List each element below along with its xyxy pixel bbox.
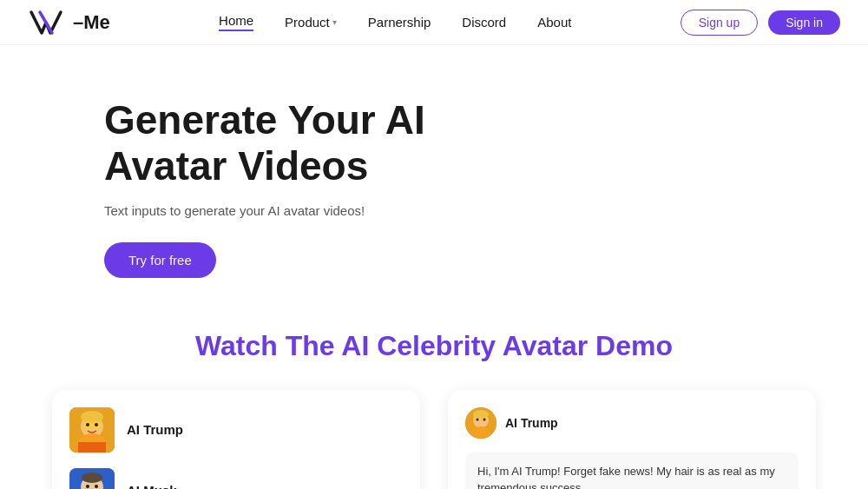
waveform-icon [590,140,764,235]
logo-icon [28,9,64,36]
musk-avatar-thumb [69,468,115,489]
hero-waveform [590,135,764,240]
trump-avatar-thumb [69,407,115,453]
try-for-free-button[interactable]: Try for free [104,242,216,278]
nav-about[interactable]: About [537,15,571,30]
hero-text: Generate Your AI Avatar Videos Text inpu… [104,97,425,278]
svg-rect-30 [78,442,106,453]
trump-avatar-image [69,407,115,453]
nav-discord[interactable]: Discord [462,15,506,30]
nav-parnership[interactable]: Parnership [368,15,431,30]
nav-home[interactable]: Home [219,13,253,31]
list-item[interactable]: AI Musk [69,468,403,489]
demo-title: Watch The AI Celebrity Avatar Demo [52,330,816,362]
demo-cards: AI Trump [52,390,816,489]
list-item[interactable]: AI Trump [69,407,403,453]
chevron-down-icon: ▾ [332,17,337,27]
avatar-list-card: AI Trump [52,390,420,489]
svg-point-43 [477,418,479,420]
svg-point-44 [483,418,486,420]
chat-header: AI Trump [465,407,799,439]
svg-point-42 [473,410,489,419]
svg-point-38 [95,485,98,488]
musk-name: AI Musk [127,483,177,489]
nav-product[interactable]: Product ▾ [285,15,337,30]
nav-links: Home Product ▾ Parnership Discord About [219,13,571,31]
svg-point-28 [86,423,89,426]
navbar: –Me Home Product ▾ Parnership Discord Ab… [0,0,868,45]
svg-point-36 [82,472,102,483]
nav-actions: Sign up Sign in [681,10,840,36]
hero-title: Generate Your AI Avatar Videos [104,97,425,189]
signup-button[interactable]: Sign up [681,10,758,36]
chat-avatar [465,407,496,439]
hero-subtitle: Text inputs to generate your AI avatar v… [104,203,425,218]
svg-point-29 [95,423,98,426]
hero-section: Generate Your AI Avatar Videos Text inpu… [0,45,868,313]
chat-card: AI Trump Hi, I'm AI Trump! Forget fake n… [448,390,816,489]
trump-name: AI Trump [127,422,183,437]
svg-point-27 [81,411,103,423]
chat-avatar-image [465,407,496,439]
musk-avatar-image [69,468,115,489]
chat-message: Hi, I'm AI Trump! Forget fake news! My h… [477,465,775,489]
svg-point-37 [86,485,89,488]
logo-text: –Me [73,11,110,34]
signin-button[interactable]: Sign in [768,10,840,35]
logo[interactable]: –Me [28,9,110,36]
demo-section: Watch The AI Celebrity Avatar Demo [0,313,868,489]
chat-speaker: AI Trump [505,416,558,430]
chat-bubble: Hi, I'm AI Trump! Forget fake news! My h… [465,453,799,489]
